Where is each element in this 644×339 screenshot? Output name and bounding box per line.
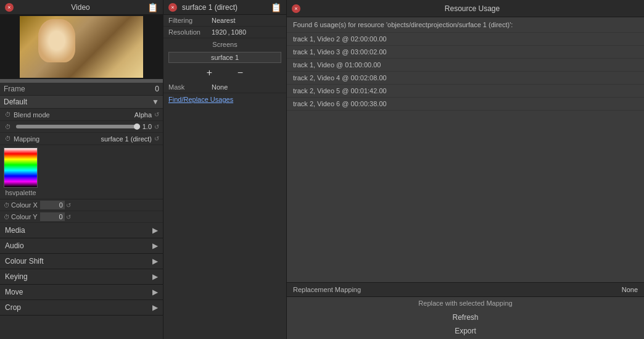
section-row-colour-shift[interactable]: Colour Shift▶ <box>0 254 163 269</box>
resource-info-text: Found 6 usage(s) for resource 'objects/d… <box>287 17 644 33</box>
section-arrow-icon: ▶ <box>152 226 158 235</box>
section-row-keying[interactable]: Keying▶ <box>0 269 163 285</box>
colour-y-input[interactable] <box>40 212 65 221</box>
palette-color-square[interactable] <box>4 148 38 188</box>
opacity-reset[interactable]: ↺ <box>154 123 159 130</box>
usage-item[interactable]: track 2, Video 6 @ 00:00:38.00 <box>287 98 644 111</box>
resolution-height: 1080 <box>231 28 246 36</box>
action-buttons: Refresh Export <box>287 309 644 339</box>
resource-usage-panel: × Resource Usage Found 6 usage(s) for re… <box>287 0 644 339</box>
replacement-mapping-row: Replacement Mapping None <box>287 282 644 297</box>
opacity-slider[interactable] <box>16 125 140 128</box>
left-panel: × Video 📋 Frame 0 Default ▼ ⏱ Blend mode… <box>0 0 163 339</box>
resource-title-bar: × Resource Usage <box>287 0 644 17</box>
blend-mode-label: Blend mode <box>14 111 134 119</box>
section-arrow-icon: ▶ <box>152 272 158 281</box>
colour-y-label: Colour Y <box>11 213 38 220</box>
usage-item[interactable]: track 2, Video 5 @ 00:01:42.00 <box>287 85 644 98</box>
section-row-move[interactable]: Move▶ <box>0 285 163 300</box>
remove-screen-button[interactable]: − <box>234 67 247 79</box>
usage-item[interactable]: track 1, Video 2 @ 02:00:00.00 <box>287 33 644 46</box>
colour-y-reset[interactable]: ↺ <box>66 214 71 220</box>
section-row-media[interactable]: Media▶ <box>0 223 163 238</box>
surface-title: surface 1 (direct) <box>182 3 271 12</box>
colour-y-icon: ⏱ <box>4 214 10 220</box>
surface-close-button[interactable]: × <box>168 3 177 12</box>
surface-title-bar: × surface 1 (direct) 📋 <box>163 0 286 15</box>
replace-with-text: Replace with selected Mapping <box>287 297 644 309</box>
usage-item[interactable]: track 1, Video 3 @ 03:00:02.00 <box>287 46 644 59</box>
section-label: Colour Shift <box>5 257 152 266</box>
mapping-value: surface 1 (direct) <box>101 135 152 143</box>
colour-x-row: ⏱ Colour X ↺ <box>0 199 163 211</box>
blend-mode-row: ⏱ Blend mode Alpha ↺ <box>0 109 163 121</box>
frame-row: Frame 0 <box>0 83 163 96</box>
resolution-label: Resolution <box>168 28 212 36</box>
mapping-reset[interactable]: ↺ <box>154 135 159 142</box>
export-button[interactable]: Export <box>448 325 482 337</box>
colour-x-icon: ⏱ <box>4 202 10 209</box>
section-row-audio[interactable]: Audio▶ <box>0 238 163 254</box>
surface-note-icon[interactable]: 📋 <box>271 2 281 12</box>
resolution-comma: , <box>228 28 229 36</box>
mask-value: None <box>212 83 228 91</box>
section-label: Audio <box>5 241 152 250</box>
colour-x-input[interactable] <box>40 201 65 209</box>
add-screen-button[interactable]: + <box>204 67 216 79</box>
replacement-mapping-label: Replacement Mapping <box>293 286 622 293</box>
preset-label: Default <box>4 98 152 106</box>
frame-value: 0 <box>141 85 159 93</box>
replacement-mapping-value: None <box>622 286 638 293</box>
close-button[interactable]: × <box>5 3 14 12</box>
section-arrow-icon: ▶ <box>152 303 158 312</box>
surface-panel: × surface 1 (direct) 📋 Filtering Nearest… <box>163 0 287 339</box>
usage-item[interactable]: track 1, Video @ 01:00:00.00 <box>287 59 644 72</box>
opacity-icon: ⏱ <box>4 122 12 131</box>
usage-item[interactable]: track 2, Video 4 @ 00:02:08.00 <box>287 72 644 85</box>
note-icon[interactable]: 📋 <box>147 2 158 12</box>
colour-y-row: ⏱ Colour Y ↺ <box>0 211 163 223</box>
preset-dropdown[interactable]: Default ▼ <box>0 96 163 109</box>
video-title-bar: × Video 📋 <box>0 0 163 15</box>
thumbnail-image <box>20 16 143 78</box>
mask-row: Mask None <box>163 82 286 93</box>
mapping-icon: ⏱ <box>4 135 12 143</box>
filtering-row: Filtering Nearest <box>163 15 286 27</box>
section-label: Crop <box>5 303 152 312</box>
video-title: Video <box>71 3 89 12</box>
chevron-down-icon: ▼ <box>152 98 159 106</box>
sections-list: Media▶Audio▶Colour Shift▶Keying▶Move▶Cro… <box>0 223 163 316</box>
usage-list: track 1, Video 2 @ 02:00:00.00track 1, V… <box>287 33 644 282</box>
opacity-value: 1.0 <box>142 123 152 130</box>
resolution-width: 1920 <box>212 28 226 36</box>
plus-minus-controls: + − <box>163 64 286 82</box>
mask-label: Mask <box>168 83 212 91</box>
blend-mode-reset[interactable]: ↺ <box>154 111 159 118</box>
resource-usage-title: Resource Usage <box>305 4 639 13</box>
section-label: Move <box>5 288 152 296</box>
opacity-row: ⏱ 1.0 ↺ <box>0 121 163 133</box>
find-replace-link[interactable]: Find/Replace Usages <box>163 93 286 106</box>
filtering-value: Nearest <box>212 17 236 24</box>
palette-label: hsvpalette <box>4 189 38 196</box>
mapping-label: Mapping <box>14 135 101 143</box>
palette-area: hsvpalette <box>0 145 163 199</box>
frame-label: Frame <box>4 85 141 93</box>
screens-label: Screens <box>163 38 286 51</box>
screen-name[interactable]: surface 1 <box>168 52 281 63</box>
colour-x-label: Colour X <box>11 201 38 209</box>
section-arrow-icon: ▶ <box>152 241 158 250</box>
video-thumbnail <box>0 15 163 79</box>
section-arrow-icon: ▶ <box>152 257 158 266</box>
filtering-label: Filtering <box>168 17 212 24</box>
section-row-crop[interactable]: Crop▶ <box>0 300 163 316</box>
refresh-button[interactable]: Refresh <box>446 312 484 323</box>
resolution-row: Resolution 1920 , 1080 <box>163 27 286 38</box>
blend-mode-value: Alpha <box>134 111 152 119</box>
mapping-row: ⏱ Mapping surface 1 (direct) ↺ <box>0 133 163 145</box>
resource-close-button[interactable]: × <box>292 4 300 13</box>
section-label: Media <box>5 226 152 235</box>
section-arrow-icon: ▶ <box>152 288 158 296</box>
colour-x-reset[interactable]: ↺ <box>66 202 71 209</box>
blend-mode-icon: ⏱ <box>4 111 12 119</box>
